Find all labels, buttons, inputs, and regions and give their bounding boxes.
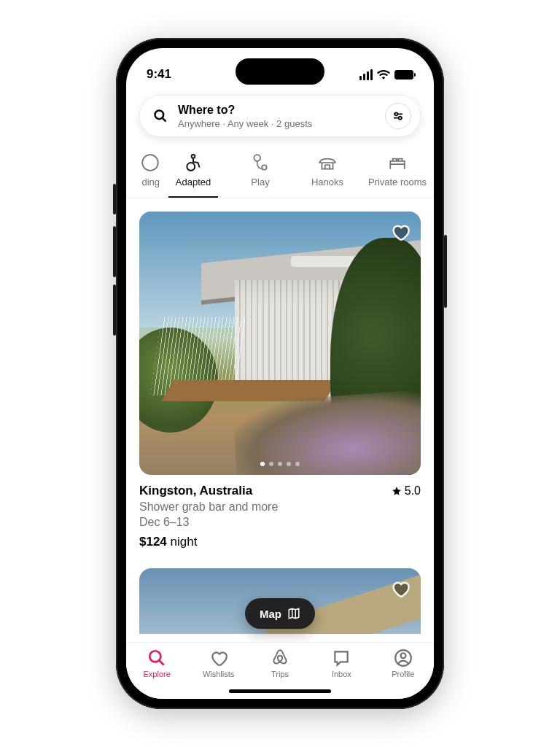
tab-trending-partial[interactable]: ding <box>131 146 160 198</box>
tab-adapted[interactable]: Adapted <box>160 146 227 198</box>
nav-label: Inbox <box>332 670 351 678</box>
play-icon <box>251 153 270 172</box>
wishlist-button[interactable] <box>390 578 411 599</box>
listing-photo[interactable] <box>139 212 421 475</box>
chat-icon <box>332 649 351 667</box>
heart-icon <box>209 649 228 667</box>
logo-icon <box>271 649 289 667</box>
tab-label: Private rooms <box>368 177 427 187</box>
sliders-icon <box>392 110 404 122</box>
map-button[interactable]: Map <box>245 598 315 629</box>
map-label: Map <box>260 608 281 620</box>
nav-explore[interactable]: Explore <box>131 649 182 678</box>
svg-point-5 <box>399 117 402 120</box>
nav-label: Wishlists <box>203 670 234 678</box>
tab-play[interactable]: Play <box>227 146 294 198</box>
trending-icon <box>141 153 160 172</box>
search-icon <box>153 109 168 123</box>
map-icon <box>287 607 300 620</box>
hanok-icon <box>318 153 337 172</box>
svg-point-6 <box>142 155 158 171</box>
category-tabs: ding Adapted Play Hanoks Private rooms <box>126 144 434 198</box>
nav-label: Trips <box>271 670 289 678</box>
listing-dates: Dec 6–13 <box>139 516 421 529</box>
svg-point-11 <box>149 651 160 662</box>
status-time: 9:41 <box>147 67 171 82</box>
nav-inbox[interactable]: Inbox <box>316 649 367 678</box>
phone-frame: 9:41 Where to? Anywhere · Any week · 2 g… <box>116 38 444 709</box>
svg-point-9 <box>254 155 260 161</box>
listing-location: Kingston, Australia <box>139 484 252 498</box>
listing-price: $124 night <box>139 535 421 549</box>
battery-icon <box>394 70 413 80</box>
wishlist-button[interactable] <box>390 222 411 242</box>
svg-point-14 <box>400 653 405 658</box>
screen: 9:41 Where to? Anywhere · Any week · 2 g… <box>126 48 434 699</box>
tab-hanoks[interactable]: Hanoks <box>294 146 361 198</box>
wifi-icon <box>377 69 390 80</box>
photo-pagination <box>139 462 421 466</box>
svg-point-0 <box>155 111 164 120</box>
nav-label: Explore <box>144 670 171 678</box>
tab-private-rooms[interactable]: Private rooms <box>361 146 434 198</box>
star-icon <box>392 486 402 496</box>
home-indicator <box>229 689 331 693</box>
svg-point-7 <box>187 163 195 171</box>
profile-icon <box>394 649 413 667</box>
nav-trips[interactable]: Trips <box>254 649 306 678</box>
filter-button[interactable] <box>385 103 411 129</box>
listing-feature: Shower grab bar and more <box>139 500 421 514</box>
search-title: Where to? <box>178 104 385 117</box>
dynamic-island <box>236 58 324 85</box>
svg-line-12 <box>160 661 164 665</box>
svg-point-3 <box>394 112 397 115</box>
search-icon <box>147 649 166 667</box>
tab-label: Play <box>251 177 269 187</box>
nav-profile[interactable]: Profile <box>378 649 429 678</box>
svg-point-10 <box>262 165 267 170</box>
search-bar[interactable]: Where to? Anywhere · Any week · 2 guests <box>139 95 421 137</box>
svg-line-1 <box>163 118 166 122</box>
svg-point-8 <box>192 155 195 158</box>
bed-icon <box>388 153 407 172</box>
nav-label: Profile <box>392 670 414 678</box>
heart-icon <box>390 222 411 242</box>
nav-wishlists[interactable]: Wishlists <box>193 649 244 678</box>
listing-card[interactable]: Kingston, Australia 5.0 Shower grab bar … <box>139 212 421 549</box>
tab-label: ding <box>141 177 160 187</box>
listing-rating: 5.0 <box>392 484 421 498</box>
tab-label: Adapted <box>176 177 211 187</box>
tab-label: Hanoks <box>311 177 343 187</box>
cellular-icon <box>359 69 373 80</box>
wheelchair-icon <box>184 153 203 172</box>
search-subtitle: Anywhere · Any week · 2 guests <box>178 118 385 129</box>
heart-icon <box>390 578 411 599</box>
